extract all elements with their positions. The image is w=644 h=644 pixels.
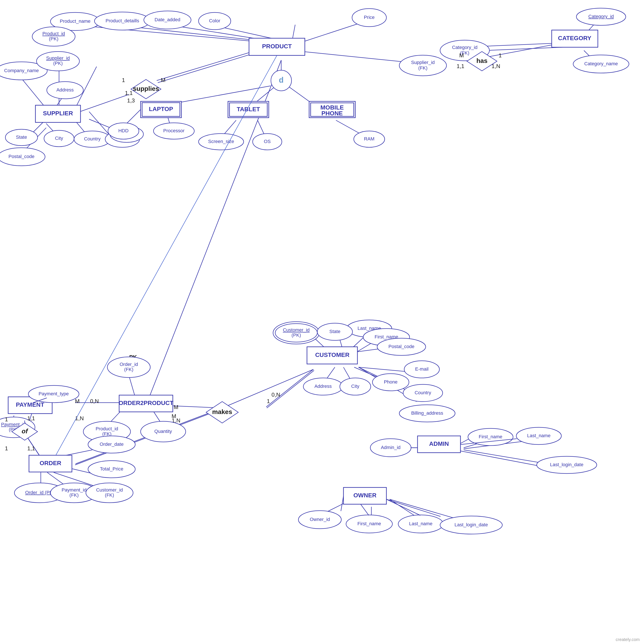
card-has-m: M	[459, 52, 464, 59]
mobile-label2: PHONE	[321, 110, 343, 117]
attr-first-name-admin-label: First_name	[479, 434, 502, 439]
attr-ram-label: RAM	[364, 136, 375, 141]
attr-product-name-label: Product_name	[60, 18, 90, 24]
attr-supplier-id-fk-l1: Supplier_id	[411, 60, 435, 65]
attr-customer-id-fk-order-l2: (FK)	[105, 492, 114, 498]
attr-supplier-id-pk-l2: (PK)	[53, 61, 63, 66]
attr-state-cust-label: State	[329, 329, 340, 334]
attr-product-id-fk-l1: Product_id	[96, 426, 118, 432]
makes-label: makes	[212, 408, 232, 415]
attr-customer-id-l1: Customer_id	[283, 327, 310, 333]
attr-admin-id-label: Admin_id	[381, 445, 401, 450]
attr-category-id-label: Category_id	[588, 14, 614, 19]
attr-order-id-fk-l2: (FK)	[124, 367, 134, 372]
attr-order-date-label: Order_date	[100, 442, 123, 447]
supplies-label: supplies	[133, 85, 159, 92]
product-label: PRODUCT	[262, 43, 292, 50]
payment-label: PAYMENT	[16, 401, 44, 408]
card-makes-0n-right: 0,N	[272, 392, 280, 398]
card-o2p-0n: 0,N	[90, 398, 99, 404]
attr-processor-label: Processor	[163, 128, 184, 133]
order2product-label: ORDER2PRODUCT	[118, 400, 173, 406]
svg-line-1	[122, 26, 270, 42]
category-label: CATEGORY	[558, 35, 591, 41]
card-supplies-1: 1	[122, 77, 125, 83]
attr-customer-id-l2: (PK)	[292, 333, 301, 338]
attr-payment-id-fk-l1: Payment_id	[62, 487, 87, 493]
attr-category-name-label: Category_name	[584, 61, 618, 66]
attr-product-id-line1: Product_id	[42, 31, 65, 36]
attr-state-sup-label: State	[16, 134, 27, 140]
attr-order-id-pk-label: Order_id (PK)	[25, 490, 54, 495]
svg-line-83	[386, 499, 440, 517]
attr-color-label: Color	[209, 18, 220, 23]
attr-city-sup-label: City	[55, 135, 63, 141]
card-makes-1-right: 1	[267, 398, 270, 404]
svg-line-23	[157, 49, 260, 80]
svg-line-25	[482, 43, 562, 58]
attr-first-name-owner-label: First_name	[357, 521, 381, 526]
attr-os-label: OS	[264, 139, 271, 144]
card-of-11-ord: 1,1	[27, 445, 35, 452]
card-has-11: 1,1	[457, 63, 464, 69]
card-of-1-pay: 1	[5, 416, 8, 423]
svg-line-11	[21, 78, 46, 108]
admin-label: ADMIN	[429, 441, 449, 447]
attr-postal-code-sup-label: Postal_code	[8, 154, 34, 159]
svg-line-77	[460, 439, 468, 444]
svg-line-5	[303, 21, 365, 42]
card-supplies-13: 1,3	[127, 97, 135, 104]
has-label: has	[476, 57, 488, 64]
order-label: ORDER	[39, 460, 61, 467]
attr-payment-id-fk-l2: (FK)	[70, 492, 79, 498]
svg-line-22	[158, 52, 260, 83]
attr-price-label: Price	[364, 15, 375, 20]
specialization-d-label: d	[279, 76, 284, 84]
card-has-1n: 1,N	[492, 63, 500, 69]
attr-hdd-label: HDD	[118, 128, 129, 133]
attr-product-details-label: Product_detaills	[106, 18, 139, 23]
card-makes-m-left: M	[174, 404, 178, 410]
customer-label: CUSTOMER	[315, 352, 349, 358]
svg-line-79	[460, 451, 537, 466]
attr-address-sup-label: Address	[56, 87, 74, 93]
attr-city-cust-label: City	[351, 384, 359, 389]
attr-customer-id-fk-order-l1: Customer_id	[96, 487, 123, 493]
supplier-label: SUPPLIER	[43, 110, 73, 117]
watermark: creately.com	[616, 637, 640, 642]
attr-last-name-owner-label: Last_name	[409, 521, 433, 526]
card-supplies-11: 1,1	[125, 90, 133, 96]
svg-line-82	[386, 499, 420, 515]
attr-postal-code-cust-label: Postal_code	[388, 344, 414, 349]
attr-quantity-label: Quantity	[154, 429, 172, 434]
attr-last-login-owner-label: Last_login_date	[454, 522, 488, 527]
attr-country-cust-label: Country	[415, 390, 431, 395]
attr-category-id-fk-l1: Category_id	[452, 45, 478, 50]
attr-order-id-fk-l1: Order_id	[120, 362, 138, 367]
attr-billing-address-label: Billing_address	[411, 410, 443, 416]
svg-line-81	[361, 504, 369, 515]
attr-last-login-admin-label: Last_login_date	[550, 462, 583, 467]
attr-phone-cust-label: Phone	[384, 379, 398, 385]
card-has-1: 1	[499, 52, 502, 59]
attr-country-sup-label: Country	[84, 136, 100, 141]
attr-supplier-id-fk-l2: (FK)	[418, 65, 428, 71]
card-supplies-m: M	[161, 77, 166, 83]
attr-address-cust-label: Address	[314, 384, 332, 389]
card-of-1-ord: 1	[5, 445, 8, 452]
attr-date-added-label: Date_added	[155, 17, 180, 22]
laptop-label: LAPTOP	[149, 106, 173, 112]
attr-owner-id-label: Owner_id	[310, 517, 330, 522]
attr-product-id-line2: (PK)	[49, 36, 58, 41]
er-diagram: PRODUCT SUPPLIER CATEGORY LAPTOP TABLET …	[0, 0, 644, 644]
attr-email-cust-label: E-mail	[415, 366, 428, 372]
attr-payment-type-label: Payment_type	[39, 391, 69, 397]
attr-company-name-label: Company_name	[4, 68, 39, 73]
attr-total-price-label: Total_Price	[100, 466, 123, 472]
owner-label: OWNER	[353, 492, 376, 499]
card-of-11-pay: 1,1	[27, 415, 35, 422]
attr-supplier-id-pk-l1: Supplier_id	[46, 55, 70, 61]
of-label: of	[22, 428, 28, 435]
attr-last-name-admin-label: Last_name	[527, 433, 551, 438]
card-o2p-m: M	[75, 398, 80, 404]
